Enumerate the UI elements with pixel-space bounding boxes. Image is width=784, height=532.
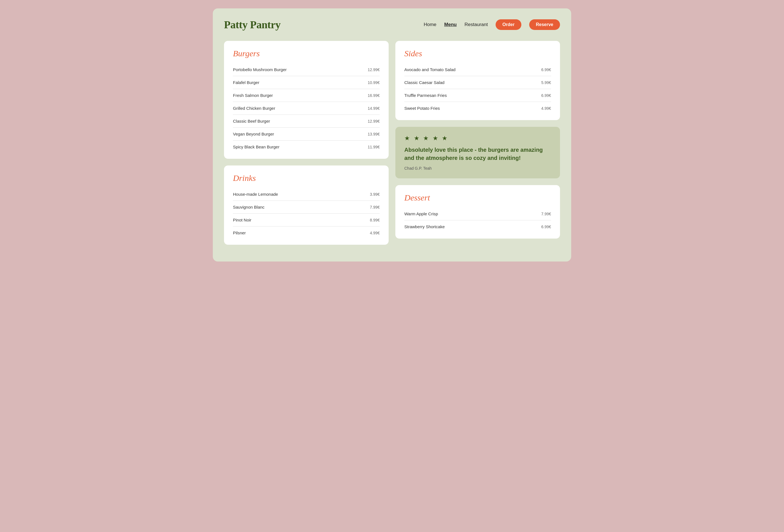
dessert-list: Warm Apple Crisp 7.99€ Strawberry Shortc… [404, 207, 551, 233]
item-name: Grilled Chicken Burger [233, 106, 275, 111]
item-name: Strawberry Shortcake [404, 224, 445, 229]
item-name: Sauvignon Blanc [233, 205, 264, 209]
item-price: 11.99€ [368, 145, 380, 149]
list-item: Strawberry Shortcake 6.99€ [404, 220, 551, 233]
list-item: Pilsner 4.99€ [233, 226, 380, 239]
burgers-list: Portobello Mushroom Burger 12.99€ Falafe… [233, 63, 380, 153]
order-button[interactable]: Order [496, 19, 521, 30]
header: Patty Pantry Home Menu Restaurant Order … [224, 19, 560, 31]
item-price: 7.99€ [370, 205, 380, 209]
content-grid: Burgers Portobello Mushroom Burger 12.99… [224, 41, 560, 245]
item-name: Falafel Burger [233, 80, 259, 85]
review-card: ★ ★ ★ ★ ★ Absolutely love this place - t… [395, 127, 560, 178]
item-price: 10.99€ [368, 80, 380, 85]
dessert-title: Dessert [404, 193, 551, 202]
review-stars: ★ ★ ★ ★ ★ [404, 135, 551, 142]
item-name: House-made Lemonade [233, 192, 278, 197]
app-container: Patty Pantry Home Menu Restaurant Order … [213, 8, 571, 261]
item-price: 3.99€ [370, 192, 380, 197]
item-price: 16.99€ [368, 93, 380, 98]
brand-title: Patty Pantry [224, 19, 281, 31]
sides-list: Avocado and Tomato Salad 6.99€ Classic C… [404, 63, 551, 114]
item-name: Avocado and Tomato Salad [404, 67, 455, 72]
item-price: 4.99€ [541, 106, 551, 111]
item-price: 7.99€ [541, 212, 551, 216]
list-item: Sweet Potato Fries 4.99€ [404, 102, 551, 114]
list-item: House-made Lemonade 3.99€ [233, 188, 380, 201]
item-price: 5.99€ [541, 80, 551, 85]
item-name: Portobello Mushroom Burger [233, 67, 287, 72]
drinks-card: Drinks House-made Lemonade 3.99€ Sauvign… [224, 166, 389, 245]
item-price: 6.99€ [541, 93, 551, 98]
review-text: Absolutely love this place - the burgers… [404, 146, 551, 162]
list-item: Truffle Parmesan Fries 6.99€ [404, 89, 551, 102]
item-name: Pinot Noir [233, 218, 251, 222]
list-item: Falafel Burger 10.99€ [233, 76, 380, 89]
dessert-card: Dessert Warm Apple Crisp 7.99€ Strawberr… [395, 185, 560, 239]
nav-home[interactable]: Home [424, 22, 436, 27]
item-price: 12.99€ [368, 119, 380, 123]
reserve-button[interactable]: Reserve [529, 19, 560, 30]
list-item: Classic Beef Burger 12.99€ [233, 115, 380, 128]
list-item: Pinot Noir 8.99€ [233, 214, 380, 226]
burgers-card: Burgers Portobello Mushroom Burger 12.99… [224, 41, 389, 159]
sides-card: Sides Avocado and Tomato Salad 6.99€ Cla… [395, 41, 560, 120]
drinks-list: House-made Lemonade 3.99€ Sauvignon Blan… [233, 188, 380, 239]
item-price: 6.99€ [541, 67, 551, 72]
list-item: Vegan Beyond Burger 13.99€ [233, 128, 380, 141]
list-item: Classic Caesar Salad 5.99€ [404, 76, 551, 89]
item-price: 14.99€ [368, 106, 380, 111]
item-name: Truffle Parmesan Fries [404, 93, 447, 98]
item-price: 13.99€ [368, 132, 380, 136]
item-price: 8.99€ [370, 218, 380, 222]
list-item: Avocado and Tomato Salad 6.99€ [404, 63, 551, 76]
item-name: Fresh Salmon Burger [233, 93, 273, 98]
list-item: Warm Apple Crisp 7.99€ [404, 207, 551, 220]
list-item: Sauvignon Blanc 7.99€ [233, 201, 380, 214]
sides-title: Sides [404, 49, 551, 58]
list-item: Portobello Mushroom Burger 12.99€ [233, 63, 380, 76]
review-author: Chad G.P. Teah [404, 166, 551, 170]
item-price: 4.99€ [370, 231, 380, 235]
nav-menu[interactable]: Menu [444, 22, 457, 27]
item-name: Spicy Black Bean Burger [233, 144, 279, 149]
list-item: Fresh Salmon Burger 16.99€ [233, 89, 380, 102]
item-name: Warm Apple Crisp [404, 212, 438, 216]
item-price: 6.99€ [541, 225, 551, 229]
item-name: Classic Caesar Salad [404, 80, 444, 85]
list-item: Grilled Chicken Burger 14.99€ [233, 102, 380, 115]
drinks-title: Drinks [233, 173, 380, 183]
right-column: Sides Avocado and Tomato Salad 6.99€ Cla… [395, 41, 560, 239]
burgers-title: Burgers [233, 49, 380, 58]
item-price: 12.99€ [368, 67, 380, 72]
nav-restaurant[interactable]: Restaurant [465, 22, 488, 27]
item-name: Sweet Potato Fries [404, 106, 440, 111]
item-name: Pilsner [233, 230, 246, 235]
item-name: Vegan Beyond Burger [233, 132, 274, 136]
left-column: Burgers Portobello Mushroom Burger 12.99… [224, 41, 389, 245]
list-item: Spicy Black Bean Burger 11.99€ [233, 141, 380, 153]
navigation: Home Menu Restaurant Order Reserve [424, 19, 560, 30]
item-name: Classic Beef Burger [233, 119, 270, 123]
